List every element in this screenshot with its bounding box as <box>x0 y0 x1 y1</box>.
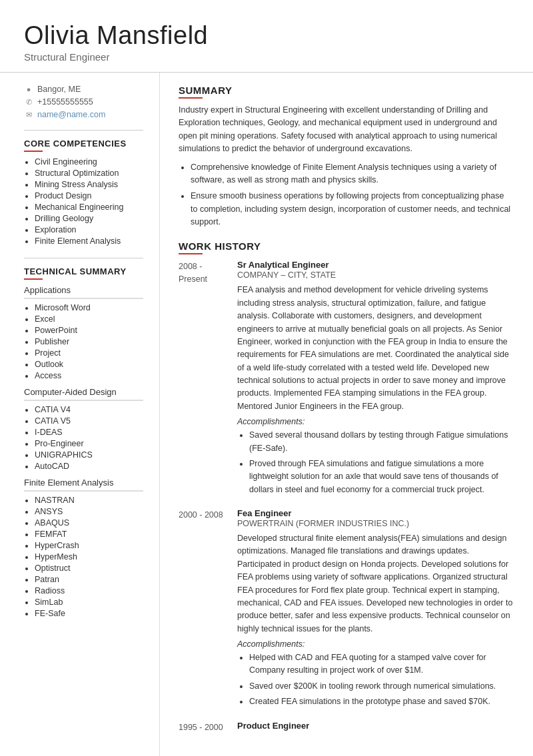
list-item: Exploration <box>35 225 143 234</box>
list-item: HyperMesh <box>35 552 143 562</box>
location-item: ● Bangor, ME <box>24 85 143 94</box>
phone-item: ✆ +15555555555 <box>24 97 143 107</box>
technical-summary-section: TECHNICAL SUMMARY Applications Microsoft… <box>24 266 143 618</box>
list-item: AutoCAD <box>35 462 143 471</box>
body: ● Bangor, ME ✆ +15555555555 ✉ name@name.… <box>0 73 533 756</box>
summary-bullet: Comprehensive knowledge of Finite Elemen… <box>191 161 513 187</box>
list-item: FEMFAT <box>35 530 143 539</box>
list-item: Optistruct <box>35 564 143 573</box>
list-item: Pro-Engineer <box>35 439 143 448</box>
work-dates-3: 1995 - 2000 <box>179 721 237 734</box>
acc-label-1: Accomplishments: <box>237 417 513 426</box>
list-item: Mechanical Engineering <box>35 202 143 212</box>
candidate-title: Structural Engineer <box>24 51 509 63</box>
location-icon: ● <box>24 85 33 94</box>
email-item: ✉ name@name.com <box>24 110 143 119</box>
summary-title: SUMMARY <box>179 85 513 99</box>
work-entry-1: 2008 - Present Sr Analytical Engineer CO… <box>179 260 513 499</box>
work-dates-1: 2008 - Present <box>179 260 237 499</box>
list-item: UNIGRAPHICS <box>35 450 143 460</box>
email-text[interactable]: name@name.com <box>37 110 105 119</box>
core-competencies-title: CORE COMPETENCIES <box>24 139 143 152</box>
sidebar: ● Bangor, ME ✆ +15555555555 ✉ name@name.… <box>0 73 160 756</box>
list-item: Project <box>35 348 143 358</box>
acc-item: Helped with CAD and FEA quoting for a st… <box>249 651 513 677</box>
phone-text: +15555555555 <box>37 97 93 107</box>
acc-item: Saved over $200K in tooling rework throu… <box>249 680 513 693</box>
job-title-3: Product Engineer <box>237 721 513 731</box>
list-item: CATIA V4 <box>35 405 143 414</box>
list-item: FE-Safe <box>35 609 143 618</box>
header: Olivia Mansfield Structural Engineer <box>0 0 533 73</box>
resume-page: Olivia Mansfield Structural Engineer ● B… <box>0 0 533 756</box>
fea-divider <box>24 490 143 492</box>
fea-list: NASTRAN ANSYS ABAQUS FEMFAT HyperCrash H… <box>24 496 143 618</box>
divider-1 <box>24 130 143 131</box>
list-item: SimLab <box>35 597 143 607</box>
work-dates-2: 2000 - 2008 <box>179 508 237 711</box>
acc-list-1: Saved several thousand dollars by testin… <box>237 429 513 496</box>
company-1: COMPANY – CITY, STATE <box>237 270 513 280</box>
list-item: I-DEAS <box>35 428 143 437</box>
technical-summary-title: TECHNICAL SUMMARY <box>24 266 143 280</box>
summary-section: SUMMARY Industry expert in Structural En… <box>179 85 513 228</box>
divider-2 <box>24 258 143 258</box>
list-item: Radioss <box>35 586 143 595</box>
candidate-name: Olivia Mansfield <box>24 21 509 50</box>
acc-item: Proved through FEA simulations and fatig… <box>249 458 513 496</box>
phone-icon: ✆ <box>24 97 33 107</box>
core-competencies-list: Civil Engineering Structural Optimizatio… <box>24 157 143 246</box>
summary-bullets: Comprehensive knowledge of Finite Elemen… <box>179 161 513 229</box>
applications-list: Microsoft Word Excel PowerPoint Publishe… <box>24 303 143 380</box>
work-history-section: WORK HISTORY 2008 - Present Sr Analytica… <box>179 240 513 733</box>
list-item: Drilling Geology <box>35 214 143 223</box>
list-item: Mining Stress Analysis <box>35 180 143 189</box>
summary-text: Industry expert in Structural Engineerin… <box>179 104 513 156</box>
location-text: Bangor, ME <box>37 85 81 94</box>
list-item: Microsoft Word <box>35 303 143 312</box>
summary-bullet: Ensure smooth business operations by fol… <box>191 190 513 228</box>
fea-label: Finite Element Analysis <box>24 478 143 488</box>
applications-label: Applications <box>24 285 143 295</box>
work-history-title: WORK HISTORY <box>179 240 513 254</box>
acc-item: Created FEA simulations in the prototype… <box>249 695 513 708</box>
email-icon: ✉ <box>24 110 33 119</box>
work-content-3: Product Engineer <box>237 721 513 734</box>
list-item: PowerPoint <box>35 326 143 335</box>
acc-item: Saved several thousand dollars by testin… <box>249 429 513 455</box>
apps-divider <box>24 298 143 299</box>
list-item: Patran <box>35 575 143 584</box>
list-item: NASTRAN <box>35 496 143 505</box>
work-content-1: Sr Analytical Engineer COMPANY – CITY, S… <box>237 260 513 499</box>
job-title-1: Sr Analytical Engineer <box>237 260 513 270</box>
list-item: Finite Element Analysis <box>35 236 143 246</box>
contact-section: ● Bangor, ME ✆ +15555555555 ✉ name@name.… <box>24 85 143 119</box>
cad-list: CATIA V4 CATIA V5 I-DEAS Pro-Engineer UN… <box>24 405 143 471</box>
acc-list-2: Helped with CAD and FEA quoting for a st… <box>237 651 513 709</box>
work-entry-2: 2000 - 2008 Fea Engineer POWERTRAIN (FOR… <box>179 508 513 711</box>
list-item: HyperCrash <box>35 541 143 550</box>
list-item: Excel <box>35 314 143 324</box>
job-desc-2: Developed structural finite element anal… <box>237 532 513 635</box>
list-item: Access <box>35 371 143 380</box>
list-item: CATIA V5 <box>35 416 143 426</box>
main-content: SUMMARY Industry expert in Structural En… <box>160 73 533 756</box>
list-item: Civil Engineering <box>35 157 143 167</box>
list-item: Outlook <box>35 360 143 369</box>
job-title-2: Fea Engineer <box>237 508 513 518</box>
work-entry-3: 1995 - 2000 Product Engineer <box>179 721 513 734</box>
job-desc-1: FEA analysis and method development for … <box>237 284 513 413</box>
cad-divider <box>24 400 143 401</box>
work-content-2: Fea Engineer POWERTRAIN (FORMER INDUSTRI… <box>237 508 513 711</box>
list-item: Product Design <box>35 191 143 200</box>
list-item: Publisher <box>35 337 143 346</box>
acc-label-2: Accomplishments: <box>237 639 513 649</box>
list-item: ANSYS <box>35 507 143 516</box>
core-competencies-section: CORE COMPETENCIES Civil Engineering Stru… <box>24 139 143 246</box>
cad-label: Computer-Aided Design <box>24 387 143 397</box>
list-item: Structural Optimization <box>35 169 143 178</box>
list-item: ABAQUS <box>35 518 143 528</box>
company-2: POWERTRAIN (FORMER INDUSTRIES INC.) <box>237 519 513 528</box>
